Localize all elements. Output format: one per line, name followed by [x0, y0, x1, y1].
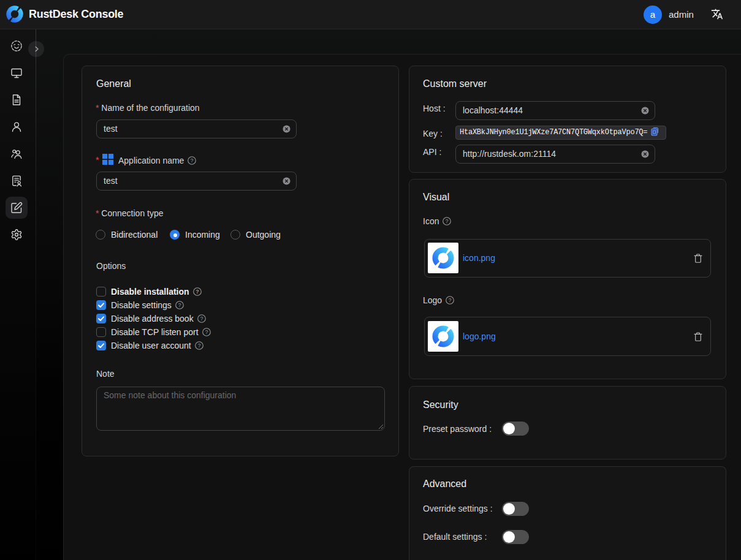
svg-text:?: ? [197, 342, 200, 349]
svg-text:?: ? [205, 329, 208, 335]
svg-text:?: ? [196, 289, 199, 295]
svg-text:?: ? [200, 316, 203, 322]
svg-text:?: ? [178, 302, 181, 308]
svg-text:?: ? [449, 297, 452, 303]
svg-text:?: ? [446, 218, 449, 224]
svg-text:?: ? [191, 157, 194, 164]
